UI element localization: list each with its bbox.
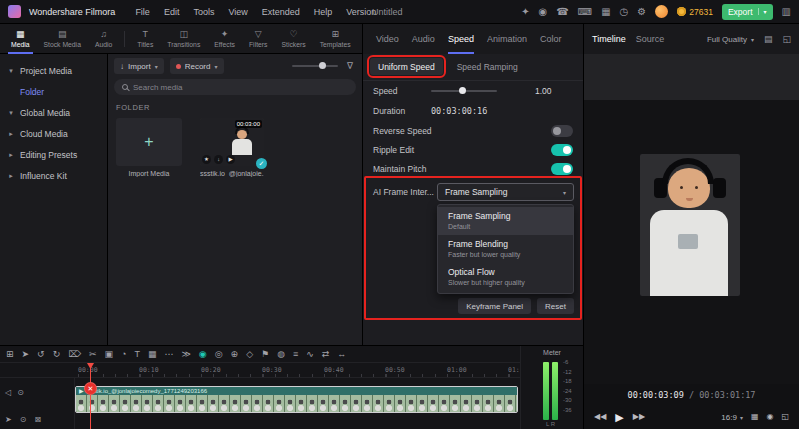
- import-button[interactable]: ↓ Import ▾: [114, 58, 164, 74]
- tab-transitions[interactable]: ◫ Transitions: [160, 24, 207, 54]
- settings-icon[interactable]: ⚙: [637, 7, 646, 17]
- search-box[interactable]: [114, 79, 356, 95]
- download-icon[interactable]: ↓: [214, 155, 223, 164]
- sidebar-item-project-media[interactable]: ▾ Project Media: [0, 60, 107, 81]
- menu-edit[interactable]: Edit: [164, 7, 180, 17]
- aspect-ratio-dropdown[interactable]: 16:9 ▾: [721, 413, 743, 422]
- chevron-down-icon[interactable]: ▾: [7, 67, 15, 75]
- speed-slider-handle[interactable]: [459, 87, 466, 94]
- play-button[interactable]: ▶: [615, 412, 623, 423]
- tab-speed[interactable]: Speed: [448, 24, 474, 54]
- chroma-key-icon[interactable]: ◉: [199, 350, 207, 359]
- layout-grid-icon[interactable]: ⊞: [6, 350, 14, 359]
- tab-stock-media[interactable]: ▤ Stock Media: [37, 24, 88, 54]
- record-button[interactable]: Record ▾: [170, 58, 224, 74]
- tab-stickers[interactable]: ♡ Stickers: [274, 24, 312, 54]
- screen-record-icon[interactable]: ◉: [539, 7, 548, 17]
- redo-icon[interactable]: ↻: [53, 350, 61, 359]
- keyboard-shortcut-icon[interactable]: ⌨: [578, 7, 592, 17]
- crop-icon[interactable]: ▣: [104, 350, 113, 359]
- keyframe-panel-button[interactable]: Keyframe Panel: [458, 298, 531, 314]
- tab-templates[interactable]: ⊞ Templates: [313, 24, 358, 54]
- split-view-icon[interactable]: ▤: [764, 34, 773, 44]
- tab-source-view[interactable]: Source: [636, 34, 665, 44]
- reset-button[interactable]: Reset: [537, 298, 574, 314]
- tab-filters[interactable]: ▽ Filters: [242, 24, 275, 54]
- search-input[interactable]: [133, 83, 348, 92]
- fullscreen-icon[interactable]: ◱: [781, 413, 789, 421]
- avatar[interactable]: [655, 5, 668, 18]
- speed-ramp-icon[interactable]: ∿: [306, 350, 314, 359]
- playhead[interactable]: [90, 363, 91, 429]
- chevron-right-icon[interactable]: ▸: [7, 151, 15, 159]
- favorite-icon[interactable]: ★: [202, 155, 211, 164]
- option-frame-sampling[interactable]: Frame Sampling Default: [438, 207, 573, 235]
- sidebar-item-cloud-media[interactable]: ▸ Cloud Media: [0, 123, 107, 144]
- text-tool-icon[interactable]: T: [134, 350, 140, 359]
- grid-view-icon[interactable]: ▦: [751, 413, 759, 421]
- ripple-edit-toggle[interactable]: [551, 144, 573, 156]
- pointer-icon[interactable]: ➤: [5, 415, 12, 424]
- filter-icon[interactable]: ∇: [347, 61, 353, 71]
- import-media-card[interactable]: + Import Media: [116, 118, 182, 177]
- split-icon[interactable]: ✂: [89, 350, 97, 359]
- quality-dropdown[interactable]: Full Quality ▾: [707, 35, 754, 44]
- mute-track-icon[interactable]: ◁: [5, 388, 11, 397]
- uniform-speed-button[interactable]: Uniform Speed: [370, 58, 443, 75]
- audio-mixer-icon[interactable]: ≡: [293, 350, 298, 359]
- tab-color[interactable]: Color: [540, 24, 562, 54]
- eye-icon[interactable]: ⊙: [20, 415, 27, 424]
- menu-view[interactable]: View: [228, 7, 247, 17]
- menu-file[interactable]: File: [135, 7, 150, 17]
- motion-track-icon[interactable]: ⊕: [231, 350, 239, 359]
- notification-icon[interactable]: ◷: [620, 7, 629, 17]
- snapshot-icon[interactable]: ◉: [766, 413, 773, 421]
- playhead-handle[interactable]: [84, 382, 97, 395]
- tab-media[interactable]: ▦ Media: [4, 24, 37, 54]
- duration-value[interactable]: 00:03:00:16: [431, 106, 487, 116]
- slider-handle[interactable]: [319, 62, 326, 69]
- marker-icon[interactable]: ⚑: [261, 350, 269, 359]
- prev-frame-button[interactable]: ◀◀: [594, 413, 606, 421]
- chevron-down-icon[interactable]: ▾: [7, 109, 15, 117]
- menu-tools[interactable]: Tools: [193, 7, 214, 17]
- pip-icon[interactable]: ▦: [148, 350, 157, 359]
- media-clip-card[interactable]: 00:03:00 ★ ↓ ▶ ssstik.io_@jonlajoie...: [200, 118, 264, 177]
- tab-timeline-view[interactable]: Timeline: [592, 34, 626, 44]
- tab-video[interactable]: Video: [376, 24, 399, 54]
- reverse-speed-toggle[interactable]: [551, 125, 573, 137]
- keyframe-icon[interactable]: ◇: [246, 350, 253, 359]
- sidebar-item-global-media[interactable]: ▾ Global Media: [0, 102, 107, 123]
- switch-mode-icon[interactable]: ▥: [782, 7, 791, 17]
- auto-ripple-icon[interactable]: ↔: [337, 350, 346, 359]
- layout-icon[interactable]: ▦: [601, 7, 610, 17]
- voiceover-mic-icon[interactable]: ◍: [277, 350, 285, 359]
- ai-frame-dropdown[interactable]: Frame Sampling ▾: [437, 183, 574, 201]
- maintain-pitch-toggle[interactable]: [551, 163, 573, 175]
- sidebar-item-influence-kit[interactable]: ▸ Influence Kit: [0, 165, 107, 186]
- tab-audio-props[interactable]: Audio: [412, 24, 435, 54]
- export-caret-icon[interactable]: ▾: [758, 8, 767, 15]
- menu-help[interactable]: Help: [314, 7, 333, 17]
- play-icon[interactable]: ▶: [226, 155, 235, 164]
- coin-balance[interactable]: 27631: [677, 7, 713, 17]
- tab-effects[interactable]: ✦ Effects: [207, 24, 242, 54]
- speed-tool-icon[interactable]: ◔: [121, 350, 126, 359]
- sidebar-item-folder[interactable]: Folder: [0, 81, 107, 102]
- phone-mirror-icon[interactable]: ☎: [556, 7, 568, 17]
- undo-icon[interactable]: ↺: [37, 350, 45, 359]
- expand-tools-icon[interactable]: ≫: [181, 350, 190, 359]
- option-optical-flow[interactable]: Optical Flow Slower but higher quality: [438, 263, 573, 291]
- thumbnail-size-slider[interactable]: [292, 65, 338, 67]
- delete-icon[interactable]: ⌦: [68, 350, 81, 359]
- next-frame-button[interactable]: ▶▶: [633, 413, 645, 421]
- timeline-ruler[interactable]: 00:00 00:10 00:20 00:30 00:40 00:50 01:0…: [0, 363, 520, 378]
- transition-tool-icon[interactable]: ⇄: [322, 350, 330, 359]
- timeline-video-clip[interactable]: ▶ ssstik.io_@jonlajoiecomedy_17712492031…: [75, 386, 518, 413]
- sidebar-item-editing-presets[interactable]: ▸ Editing Presets: [0, 144, 107, 165]
- lock-icon[interactable]: ⊠: [34, 415, 41, 424]
- video-viewport[interactable]: [584, 54, 799, 384]
- chevron-right-icon[interactable]: ▸: [7, 172, 15, 180]
- gift-icon[interactable]: ✦: [521, 7, 529, 17]
- chevron-right-icon[interactable]: ▸: [7, 130, 15, 138]
